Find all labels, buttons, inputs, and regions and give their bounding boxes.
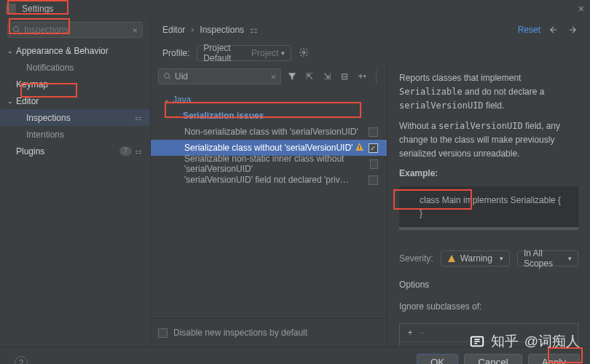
- add-icon[interactable]: +▾: [355, 70, 369, 83]
- badge-count: 7: [119, 146, 132, 156]
- group-serialization[interactable]: ⌄Serialization issues: [151, 108, 387, 124]
- sidebar-item-notifications[interactable]: Notifications: [0, 59, 150, 76]
- svg-point-3: [165, 74, 170, 79]
- ignore-list: +− java.awt.Component: [399, 323, 578, 347]
- filter-input[interactable]: [175, 71, 270, 82]
- inspection-list-panel: × ⇱ ⇲ ⊟ +▾ ⌄Java ⌄Serialization issues N…: [151, 64, 388, 347]
- severity-select[interactable]: Warning▾: [441, 250, 510, 266]
- svg-rect-6: [359, 149, 360, 149]
- checkbox[interactable]: [370, 159, 378, 169]
- inspection-tree: ⌄Java ⌄Serialization issues Non-serializ…: [151, 89, 387, 318]
- inspection-item-3[interactable]: 'serialVersionUID' field not declared 'p…: [151, 172, 387, 188]
- help-icon[interactable]: ?: [15, 356, 28, 365]
- profile-select[interactable]: Project Default Project ▾: [197, 45, 291, 61]
- list-item[interactable]: java.awt.Component: [400, 342, 578, 347]
- checkbox[interactable]: [369, 143, 378, 153]
- reset-link[interactable]: Reset: [518, 25, 540, 35]
- app-icon: [6, 4, 16, 14]
- reset-tool-icon[interactable]: ⊟: [338, 70, 351, 83]
- filter-search[interactable]: ×: [158, 68, 281, 84]
- svg-rect-5: [359, 146, 360, 148]
- add-icon[interactable]: +: [404, 327, 416, 339]
- content: Editor › Inspections ⚏ Reset Profile: Pr…: [151, 17, 590, 347]
- gear-icon[interactable]: [299, 47, 309, 60]
- dialog-buttons: ? OK Cancel Apply: [0, 347, 590, 364]
- breadcrumb-parent[interactable]: Editor: [162, 25, 185, 35]
- breadcrumb-sep: ›: [191, 25, 194, 35]
- svg-point-2: [303, 51, 306, 54]
- back-icon[interactable]: [548, 25, 559, 35]
- profile-label: Profile:: [162, 48, 189, 58]
- ignore-label: Ignore subclasses of:: [399, 301, 578, 312]
- sidebar-search[interactable]: ×: [7, 22, 143, 38]
- search-icon: [12, 25, 21, 34]
- filter-icon[interactable]: [286, 70, 299, 83]
- settings-icon[interactable]: ⚏: [135, 113, 143, 122]
- expand-icon[interactable]: ⇱: [303, 70, 316, 83]
- profile-row: Profile: Project Default Project ▾: [151, 42, 590, 64]
- close-icon[interactable]: ×: [578, 3, 584, 15]
- remove-icon[interactable]: −: [416, 327, 428, 339]
- sidebar-item-appearance[interactable]: ⌄Appearance & Behavior: [0, 42, 150, 59]
- example-label: Example:: [399, 167, 578, 181]
- sidebar-item-intentions[interactable]: Intentions: [0, 126, 150, 143]
- cancel-button[interactable]: Cancel: [464, 354, 522, 364]
- code-block: class Main implements Serializable { }: [399, 186, 578, 230]
- breadcrumb: Editor › Inspections ⚏ Reset: [151, 17, 590, 42]
- sidebar-item-inspections[interactable]: Inspections⚏: [0, 109, 150, 126]
- scope-select[interactable]: In All Scopes▾: [517, 250, 578, 266]
- search-icon: [163, 72, 172, 81]
- sidebar-item-keymap[interactable]: Keymap: [0, 76, 150, 92]
- detail-panel: Reports classes that implement Serializa…: [388, 64, 590, 347]
- checkbox[interactable]: [369, 175, 378, 185]
- apply-button[interactable]: Apply: [528, 354, 580, 364]
- options-title: Options: [399, 280, 578, 290]
- sidebar-tree: ⌄Appearance & Behavior Notifications Key…: [0, 42, 150, 347]
- disable-new-row[interactable]: Disable new inspections by default: [151, 318, 387, 347]
- sidebar-search-input[interactable]: [24, 25, 132, 35]
- svg-line-4: [169, 78, 171, 80]
- titlebar: Settings ×: [0, 0, 590, 17]
- svg-point-0: [14, 27, 19, 32]
- clear-icon[interactable]: ×: [270, 71, 276, 82]
- scheme-icon[interactable]: ⚏: [250, 25, 258, 35]
- breadcrumb-current: Inspections: [200, 25, 244, 35]
- warning-icon: [355, 142, 364, 154]
- group-java[interactable]: ⌄Java: [151, 92, 387, 108]
- checkbox[interactable]: [369, 127, 378, 137]
- sidebar-item-plugins[interactable]: Plugins7 ⚏: [0, 143, 150, 159]
- ok-button[interactable]: OK: [417, 354, 458, 364]
- description: Reports classes that implement Serializa…: [399, 71, 578, 230]
- sidebar-item-editor[interactable]: ⌄Editor: [0, 92, 150, 109]
- checkbox[interactable]: [158, 328, 168, 338]
- clear-icon[interactable]: ×: [132, 25, 138, 36]
- window-title: Settings: [22, 4, 53, 14]
- warning-icon: [447, 254, 456, 263]
- forward-icon[interactable]: [567, 25, 578, 35]
- sidebar: × ⌄Appearance & Behavior Notifications K…: [0, 17, 151, 347]
- collapse-icon[interactable]: ⇲: [320, 70, 334, 83]
- disable-new-label: Disable new inspections by default: [173, 328, 307, 338]
- svg-line-1: [18, 31, 20, 33]
- inspection-item-0[interactable]: Non-serializable class with 'serialVersi…: [151, 124, 387, 140]
- inspection-item-2[interactable]: Serializable non-static inner class with…: [151, 156, 387, 172]
- severity-label: Severity:: [399, 253, 433, 264]
